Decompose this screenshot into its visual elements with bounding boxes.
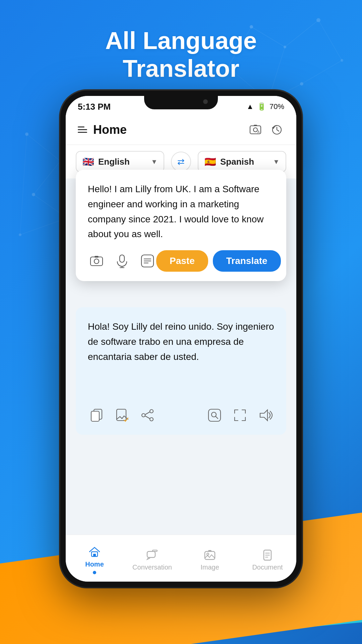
image-label: Image <box>200 564 219 571</box>
signal-icon: ▲ <box>246 102 254 111</box>
svg-rect-58 <box>208 550 212 552</box>
source-flag: 🇬🇧 <box>82 156 94 167</box>
svg-rect-30 <box>90 257 103 266</box>
input-text-area[interactable]: Hello! I am Lilly from UK. I am a Softwa… <box>88 182 274 242</box>
svg-line-23 <box>20 218 67 235</box>
output-tools-left <box>88 407 156 424</box>
app-header: Home A <box>66 115 296 145</box>
conversation-icon <box>146 549 159 561</box>
save-favorite-icon[interactable] <box>113 407 131 424</box>
nav-document[interactable]: Document <box>239 545 296 571</box>
status-icons: ▲ 🔋 70% <box>246 100 284 111</box>
svg-rect-54 <box>147 551 155 557</box>
svg-point-44 <box>142 414 145 417</box>
svg-rect-41 <box>91 411 99 421</box>
output-tools-right <box>206 407 274 424</box>
nav-conversation[interactable]: Conversation <box>123 545 181 571</box>
status-time: 5:13 PM <box>78 99 111 112</box>
battery-percentage: 70% <box>269 102 284 111</box>
target-flag: 🇪🇸 <box>204 156 216 167</box>
nav-home[interactable]: Home <box>66 542 123 574</box>
swap-languages-button[interactable]: ⇄ <box>171 152 191 172</box>
app-title: All Language Translator <box>0 27 362 83</box>
bottom-navigation: Home Conversation <box>66 535 296 582</box>
svg-rect-56 <box>205 551 215 559</box>
svg-point-31 <box>94 259 99 264</box>
conversation-label: Conversation <box>132 564 172 571</box>
svg-line-47 <box>145 416 150 419</box>
svg-rect-55 <box>153 550 157 551</box>
input-tools <box>88 252 156 270</box>
svg-rect-48 <box>208 409 221 421</box>
svg-line-21 <box>34 161 60 195</box>
svg-line-50 <box>216 416 218 419</box>
page-title: Home <box>93 123 127 137</box>
svg-rect-53 <box>93 554 96 556</box>
home-label: Home <box>85 560 104 568</box>
svg-rect-32 <box>95 256 99 258</box>
svg-text:A: A <box>257 130 260 134</box>
target-language-selector[interactable]: 🇪🇸 Spanish ▼ <box>198 151 286 172</box>
camera-icon[interactable] <box>88 252 105 270</box>
action-buttons: Paste Translate <box>156 250 281 272</box>
microphone-icon[interactable] <box>113 252 131 270</box>
translate-button[interactable]: Translate <box>213 250 281 272</box>
menu-button[interactable] <box>78 126 87 133</box>
home-active-dot <box>93 571 96 574</box>
header-actions: A <box>248 122 284 137</box>
svg-point-57 <box>207 553 209 555</box>
speaker-icon[interactable] <box>257 407 274 424</box>
phone-screen: 5:13 PM ▲ 🔋 70% Home <box>66 96 296 582</box>
share-icon[interactable] <box>139 407 156 424</box>
camera-translate-icon[interactable]: A <box>248 122 263 137</box>
search-text-icon[interactable] <box>206 407 223 424</box>
input-actions: Paste Translate <box>88 250 274 272</box>
history-icon[interactable] <box>269 122 284 137</box>
phone-frame: 5:13 PM ▲ 🔋 70% Home <box>60 91 302 587</box>
output-actions <box>88 407 274 424</box>
svg-point-43 <box>150 410 153 413</box>
document-icon <box>261 549 274 561</box>
nav-image[interactable]: Image <box>181 545 239 571</box>
source-language-selector[interactable]: 🇬🇧 English ▼ <box>76 151 164 172</box>
source-chevron-icon: ▼ <box>151 158 158 166</box>
svg-point-26 <box>253 128 257 132</box>
copy-icon[interactable] <box>88 407 105 424</box>
svg-point-45 <box>150 418 153 421</box>
front-camera <box>203 99 208 104</box>
header-left: Home <box>78 123 127 137</box>
svg-rect-27 <box>254 125 257 126</box>
source-language-name: English <box>98 157 130 167</box>
text-icon[interactable] <box>139 252 156 270</box>
home-icon <box>88 546 101 558</box>
input-card: Hello! I am Lilly from UK. I am a Softwa… <box>76 170 286 281</box>
battery-icon: 🔋 <box>257 102 266 111</box>
image-icon <box>203 549 216 561</box>
paste-button[interactable]: Paste <box>156 250 208 272</box>
notch <box>144 96 218 109</box>
output-card: Hola! Soy Lilly del reino unido. Soy ing… <box>76 307 286 435</box>
swap-icon: ⇄ <box>177 157 185 167</box>
svg-marker-51 <box>260 410 267 421</box>
fullscreen-icon[interactable] <box>231 407 249 424</box>
svg-rect-42 <box>117 409 126 421</box>
translated-text: Hola! Soy Lilly del reino unido. Soy ing… <box>88 319 274 400</box>
svg-rect-33 <box>120 255 124 262</box>
document-label: Document <box>252 564 283 571</box>
svg-line-20 <box>27 134 60 161</box>
target-chevron-icon: ▼ <box>273 158 280 166</box>
svg-line-46 <box>145 412 150 415</box>
target-language-name: Spanish <box>220 157 254 167</box>
svg-line-24 <box>20 134 27 235</box>
